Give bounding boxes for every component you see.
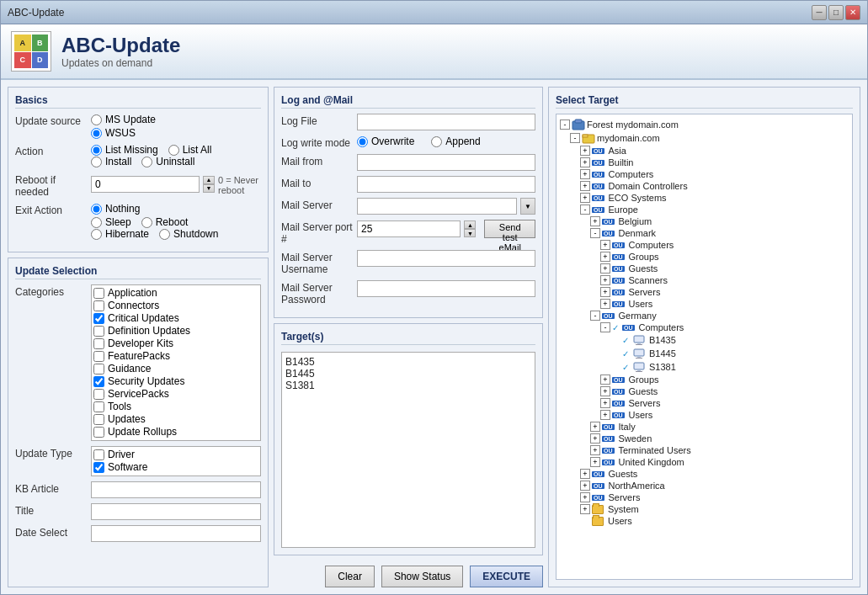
tree-item-denmark-computers[interactable]: + OU Computers — [560, 239, 849, 251]
list-missing-option[interactable]: List Missing — [91, 144, 158, 156]
uk-expand[interactable]: + — [590, 457, 600, 467]
eco-expand[interactable]: + — [580, 193, 590, 203]
dk-servers-expand[interactable]: + — [600, 287, 610, 297]
driver-checkbox[interactable] — [93, 449, 104, 460]
category-definition-updates[interactable]: Definition Updates — [93, 325, 258, 337]
category-connectors[interactable]: Connectors — [93, 300, 258, 311]
title-input[interactable] — [91, 503, 261, 520]
ms-update-radio[interactable] — [91, 114, 102, 125]
maximize-button[interactable]: □ — [828, 5, 844, 20]
connectors-checkbox[interactable] — [93, 300, 104, 311]
reboot-up-btn[interactable]: ▲ — [203, 176, 215, 184]
tree-item-germany-computers[interactable]: - ✓ OU Computers — [560, 321, 849, 333]
uninstall-option[interactable]: Uninstall — [141, 156, 194, 167]
list-all-option[interactable]: List All — [168, 144, 212, 156]
shutdown-option[interactable]: Shutdown — [159, 228, 218, 240]
tree-item-denmark[interactable]: - OU Denmark — [560, 227, 849, 239]
mail-username-input[interactable] — [357, 250, 535, 267]
de-guests-expand[interactable]: + — [600, 386, 610, 396]
nothing-option[interactable]: Nothing — [91, 203, 140, 215]
category-feature-packs[interactable]: FeaturePacks — [93, 350, 258, 362]
denmark-expand[interactable]: - — [590, 228, 600, 238]
tree-item-germany-users[interactable]: + OU Users — [560, 409, 849, 421]
hibernate-option[interactable]: Hibernate — [91, 228, 149, 240]
feature-packs-checkbox[interactable] — [93, 351, 104, 362]
port-down-btn[interactable]: ▼ — [464, 229, 476, 237]
list-all-radio[interactable] — [168, 145, 179, 156]
tree-item-system[interactable]: + System — [560, 503, 849, 515]
de-servers-expand[interactable]: + — [600, 398, 610, 408]
tree-item-europe[interactable]: - OU Europe — [560, 204, 849, 215]
wsus-option[interactable]: WSUS — [91, 127, 261, 139]
reboot-radio[interactable] — [141, 217, 152, 228]
append-radio[interactable] — [431, 136, 442, 147]
uninstall-radio[interactable] — [141, 157, 152, 167]
minimize-button[interactable]: ─ — [812, 5, 827, 20]
dk-guests-expand[interactable]: + — [600, 263, 610, 274]
category-security-updates[interactable]: Security Updates — [93, 375, 258, 387]
mail-to-input[interactable] — [357, 176, 535, 193]
category-critical-updates[interactable]: Critical Updates — [93, 312, 258, 324]
mail-port-input[interactable] — [357, 220, 461, 237]
tree-item-forest[interactable]: - Forest mydomain.com — [560, 118, 849, 131]
hibernate-radio[interactable] — [91, 229, 102, 240]
install-radio[interactable] — [91, 157, 102, 167]
date-select-input[interactable] — [91, 525, 261, 542]
send-test-email-button[interactable]: Send test eMail — [484, 220, 535, 238]
overwrite-radio[interactable] — [357, 136, 368, 147]
de-groups-expand[interactable]: + — [600, 375, 610, 385]
tree-item-germany[interactable]: - OU Germany — [560, 310, 849, 321]
tree-item-germany-guests[interactable]: + OU Guests — [560, 385, 849, 397]
category-developer-kits[interactable]: Developer Kits — [93, 337, 258, 349]
tree-item-asia[interactable]: + OU Asia — [560, 145, 849, 157]
tree-item-denmark-guests[interactable]: + OU Guests — [560, 263, 849, 274]
wsus-radio[interactable] — [91, 128, 102, 139]
system-expand[interactable]: + — [580, 504, 590, 514]
domain-expand[interactable]: - — [570, 133, 580, 143]
mail-server-dropdown[interactable]: ▼ — [520, 198, 535, 215]
reboot-down-btn[interactable]: ▼ — [203, 184, 215, 193]
show-status-button[interactable]: Show Status — [381, 566, 463, 587]
servers-root-expand[interactable]: + — [580, 492, 590, 502]
developer-kits-checkbox[interactable] — [93, 338, 104, 349]
overwrite-option[interactable]: Overwrite — [357, 135, 414, 147]
forest-expand[interactable]: - — [560, 120, 570, 130]
type-software[interactable]: Software — [93, 461, 258, 473]
critical-updates-checkbox[interactable] — [93, 313, 104, 324]
tree-item-sweden[interactable]: + OU Sweden — [560, 433, 849, 444]
execute-button[interactable]: EXECUTE — [470, 566, 543, 587]
type-driver[interactable]: Driver — [93, 449, 258, 460]
computers-root-expand[interactable]: + — [580, 169, 590, 179]
tree-item-germany-groups[interactable]: + OU Groups — [560, 374, 849, 385]
kb-article-input[interactable] — [91, 481, 261, 498]
updates-checkbox[interactable] — [93, 414, 104, 425]
dk-groups-expand[interactable]: + — [600, 252, 610, 262]
tree-item-denmark-scanners[interactable]: + OU Scanners — [560, 274, 849, 286]
de-computers-expand[interactable]: - — [600, 322, 610, 332]
tree-item-domain-controllers[interactable]: + OU Domain Controllers — [560, 180, 849, 192]
tree-item-belgium[interactable]: + OU Belgium — [560, 215, 849, 227]
dk-computers-expand[interactable]: + — [600, 240, 610, 250]
close-button[interactable]: ✕ — [845, 5, 860, 20]
belgium-expand[interactable]: + — [590, 216, 600, 226]
builtin-expand[interactable]: + — [580, 157, 590, 167]
dc-expand[interactable]: + — [580, 181, 590, 191]
category-updates[interactable]: Updates — [93, 413, 258, 425]
ms-update-option[interactable]: MS Update — [91, 114, 261, 125]
tree-item-denmark-users[interactable]: + OU Users — [560, 298, 849, 310]
tree-item-northamerica[interactable]: + OU NorthAmerica — [560, 480, 849, 491]
category-update-rollups[interactable]: Update Rollups — [93, 426, 258, 438]
dk-scanners-expand[interactable]: + — [600, 275, 610, 285]
tree-item-eco[interactable]: + OU ECO Systems — [560, 192, 849, 204]
software-checkbox[interactable] — [93, 462, 104, 473]
shutdown-radio[interactable] — [159, 229, 170, 240]
tools-checkbox[interactable] — [93, 401, 104, 412]
na-expand[interactable]: + — [580, 481, 590, 491]
definition-updates-checkbox[interactable] — [93, 326, 104, 337]
tree-item-italy[interactable]: + OU Italy — [560, 421, 849, 433]
tree-item-users-root[interactable]: Users — [560, 515, 849, 527]
log-file-input[interactable] — [357, 114, 535, 130]
list-missing-radio[interactable] — [91, 145, 102, 156]
tree-item-servers-root[interactable]: + OU Servers — [560, 491, 849, 503]
reboot-spinner[interactable] — [91, 176, 200, 193]
